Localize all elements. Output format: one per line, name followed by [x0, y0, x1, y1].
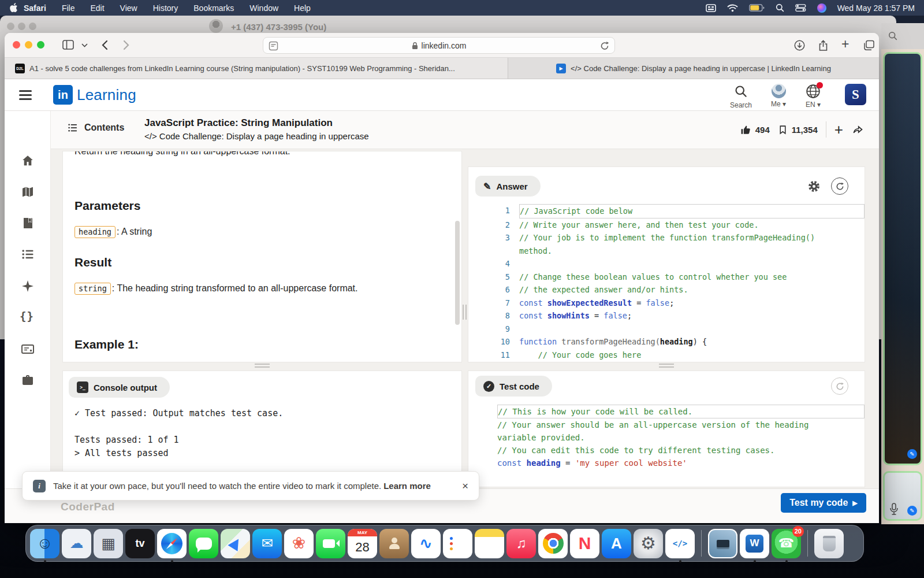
test-my-code-button[interactable]: Test my code▶: [781, 493, 866, 513]
tab-d2l-assignment[interactable]: D2L A1 - solve 5 code challenges from Li…: [5, 58, 508, 79]
chevron-down-icon[interactable]: [81, 43, 88, 47]
dock-settings-icon[interactable]: ⚙: [634, 529, 663, 558]
linkedin-learning-logo[interactable]: in Learning: [53, 85, 136, 105]
reset-code-button[interactable]: [831, 177, 848, 195]
book-icon[interactable]: [21, 216, 35, 230]
likes-button[interactable]: 494: [740, 124, 770, 135]
vertical-resize-handle[interactable]: [463, 305, 467, 320]
menu-item-view[interactable]: View: [120, 3, 137, 13]
menu-item-bookmarks[interactable]: Bookmarks: [193, 3, 234, 13]
control-center-icon[interactable]: [795, 4, 806, 12]
address-bar[interactable]: linkedin.com: [263, 37, 615, 54]
spotlight-icon[interactable]: [776, 3, 784, 12]
menu-item-history[interactable]: History: [153, 3, 178, 13]
code-line[interactable]: // You can edit this code to try differe…: [497, 444, 865, 457]
answer-tab[interactable]: ✎ Answer: [475, 176, 541, 197]
menu-item-edit[interactable]: Edit: [90, 3, 104, 13]
screen-mirroring-icon[interactable]: [706, 4, 716, 12]
code-line[interactable]: // This is how your code will be called.: [497, 405, 865, 418]
contents-button[interactable]: Contents: [67, 123, 124, 133]
bookmarks-button[interactable]: 11,354: [778, 124, 818, 135]
test-code-panel[interactable]: ✓ Test code // This is how your code wil…: [468, 370, 865, 487]
sparkle-icon[interactable]: [21, 279, 35, 293]
dock-app-store-icon[interactable]: A: [602, 529, 631, 558]
forward-button[interactable]: [123, 40, 129, 50]
code-line[interactable]: 4: [489, 257, 865, 271]
code-line[interactable]: 1// JavaScript code below: [489, 204, 865, 218]
dock-finder-icon[interactable]: ☺: [30, 529, 59, 558]
dock-whatsapp-icon[interactable]: ☎20: [772, 529, 801, 558]
horizontal-resize-handle[interactable]: [255, 364, 270, 368]
code-braces-icon[interactable]: {}: [20, 310, 33, 324]
console-output-tab[interactable]: >_ Console output: [69, 377, 170, 398]
code-line[interactable]: 11 // Your code goes here: [489, 349, 865, 362]
code-line[interactable]: 2// Write your answer here, and then tes…: [489, 218, 865, 232]
dock-music-icon[interactable]: ♫: [506, 529, 536, 558]
settings-gear-icon[interactable]: [807, 180, 821, 193]
challenge-description-panel[interactable]: Return the heading string in an all-uppe…: [62, 151, 462, 362]
dock-launchpad-icon[interactable]: ▦: [94, 529, 123, 558]
menu-item-safari[interactable]: Safari: [24, 3, 46, 13]
code-line[interactable]: 6// the expected answer and/or hints.: [489, 283, 865, 297]
map-icon[interactable]: [21, 185, 35, 199]
share-arrow-icon[interactable]: [851, 124, 864, 135]
dock-facetime-icon[interactable]: [316, 529, 345, 558]
list-icon[interactable]: [21, 247, 35, 261]
dock-maps-icon[interactable]: [221, 529, 250, 558]
dock-trash-icon[interactable]: [814, 529, 844, 558]
dock-vscode-icon[interactable]: </>: [665, 529, 695, 558]
code-line[interactable]: 3// Your job is to implement the functio…: [489, 231, 865, 257]
code-line[interactable]: // Your answer should be an all-uppercas…: [497, 418, 865, 444]
learn-more-link[interactable]: Learn more: [383, 481, 431, 491]
apple-menu-icon[interactable]: [9, 3, 18, 13]
code-line[interactable]: 10function transformPageHeading(heading)…: [489, 335, 865, 349]
chat-search-icon[interactable]: [888, 31, 897, 40]
code-line[interactable]: const heading = 'my super cool website': [497, 457, 865, 469]
code-line[interactable]: 7const showExpectedResult = false;: [489, 297, 865, 310]
dock-mail-icon[interactable]: ✉: [252, 529, 282, 558]
code-line[interactable]: 5// Change these boolean values to contr…: [489, 271, 865, 284]
tab-linkedin-learning[interactable]: ▶ </> Code Challenge: Display a page hea…: [508, 58, 879, 79]
answer-editor-panel[interactable]: ✎ Answer 1// JavaScript code below2// Wr…: [468, 166, 865, 362]
dock-contacts-icon[interactable]: [379, 529, 409, 558]
test-code-tab[interactable]: ✓ Test code: [475, 376, 552, 397]
dock-news-icon[interactable]: N: [570, 529, 599, 558]
wifi-icon[interactable]: [727, 4, 738, 12]
header-me[interactable]: Me ▾: [762, 84, 795, 108]
page-settings-icon[interactable]: [269, 41, 278, 51]
header-language[interactable]: EN ▾: [797, 84, 829, 109]
window-minimize-button[interactable]: [25, 41, 32, 49]
menu-item-window[interactable]: Window: [249, 3, 278, 13]
briefcase-icon[interactable]: [21, 373, 35, 387]
battery-icon[interactable]: [749, 4, 765, 12]
home-icon[interactable]: [21, 154, 35, 168]
certificate-icon[interactable]: [21, 342, 35, 356]
dock-chrome-icon[interactable]: [538, 529, 568, 558]
toast-close-icon[interactable]: ×: [462, 480, 468, 492]
dock-photos-icon[interactable]: ❀: [284, 529, 314, 558]
dock-safari-icon[interactable]: [157, 529, 187, 558]
add-button[interactable]: +: [834, 124, 843, 135]
dock-apple-tv-icon[interactable]: tv: [125, 529, 155, 558]
back-button[interactable]: [102, 40, 108, 50]
dock-devtool-icon[interactable]: ☁: [62, 529, 91, 558]
code-line[interactable]: 9: [489, 323, 865, 336]
siri-icon[interactable]: [817, 3, 826, 13]
dock-messages-icon[interactable]: [189, 529, 218, 558]
downloads-icon[interactable]: [794, 40, 805, 51]
answer-code-editor[interactable]: 1// JavaScript code below2// Write your …: [489, 204, 865, 361]
window-close-button[interactable]: [13, 41, 20, 49]
share-icon[interactable]: [818, 40, 828, 51]
edit-pencil-icon[interactable]: ✎: [907, 449, 917, 459]
dock-word-icon[interactable]: W: [740, 529, 769, 558]
menu-item-file[interactable]: File: [62, 3, 75, 13]
dock-freeform-icon[interactable]: ∿: [411, 529, 441, 558]
org-logo-badge[interactable]: S: [845, 84, 866, 105]
test-code-editor[interactable]: // This is how your code will be called.…: [497, 405, 865, 469]
edit-pencil-icon-2[interactable]: ✎: [907, 506, 917, 516]
scrollbar-thumb[interactable]: [455, 221, 460, 325]
sidebar-toggle-icon[interactable]: [62, 40, 74, 50]
dock-notes-icon[interactable]: [475, 529, 504, 558]
header-search[interactable]: Search: [725, 84, 757, 109]
dock-reminders-icon[interactable]: [443, 529, 472, 558]
